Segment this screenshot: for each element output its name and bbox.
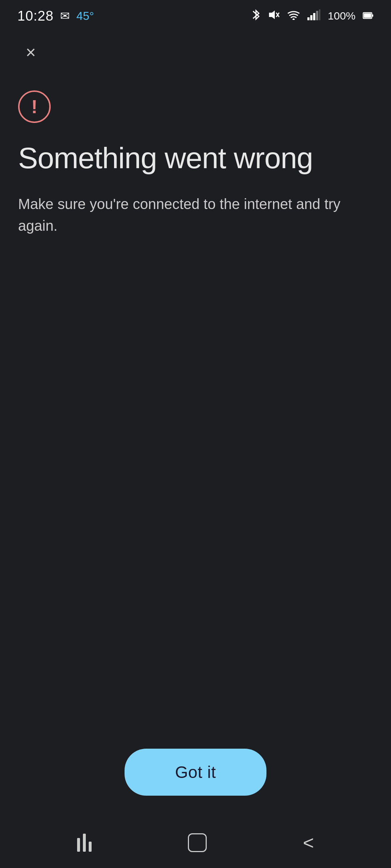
svg-rect-6 xyxy=(313,13,315,20)
svg-rect-7 xyxy=(316,11,318,20)
mute-icon xyxy=(268,9,280,23)
back-icon: < xyxy=(303,832,314,854)
close-button[interactable]: × xyxy=(18,40,43,65)
status-bar-left: 10:28 ✉ 45° xyxy=(17,8,94,24)
mail-icon: ✉ xyxy=(60,9,70,23)
signal-icon xyxy=(307,9,320,23)
error-icon-container: ! xyxy=(18,90,373,123)
error-description: Make sure you're connected to the intern… xyxy=(18,193,344,237)
svg-marker-0 xyxy=(269,10,275,19)
svg-point-3 xyxy=(293,18,295,20)
svg-rect-8 xyxy=(319,9,320,20)
status-bar-right: 100% xyxy=(251,8,374,24)
nav-home-button[interactable] xyxy=(188,833,207,852)
navigation-bar: < xyxy=(0,817,391,868)
status-time: 10:28 xyxy=(17,8,54,24)
svg-rect-4 xyxy=(307,17,310,20)
got-it-button[interactable]: Got it xyxy=(125,749,267,796)
status-bar: 10:28 ✉ 45° xyxy=(0,0,391,29)
svg-rect-5 xyxy=(310,15,312,20)
nav-recents-button[interactable] xyxy=(77,834,92,852)
bottom-area: Got it xyxy=(0,749,391,817)
error-warning-icon: ! xyxy=(18,90,51,123)
close-button-area: × xyxy=(0,29,391,72)
error-title: Something went wrong xyxy=(18,141,373,175)
bluetooth-icon xyxy=(251,8,261,24)
svg-rect-10 xyxy=(364,13,371,18)
exclamation-mark: ! xyxy=(31,96,37,118)
svg-rect-11 xyxy=(372,14,373,17)
battery-text: 100% xyxy=(328,10,356,22)
main-content: ! Something went wrong Make sure you're … xyxy=(0,72,391,749)
status-temperature: 45° xyxy=(76,9,94,23)
recents-icon xyxy=(77,834,92,852)
home-icon xyxy=(188,833,207,852)
wifi-icon xyxy=(287,10,300,22)
nav-back-button[interactable]: < xyxy=(303,832,314,854)
close-icon: × xyxy=(26,44,36,61)
battery-icon xyxy=(363,10,374,22)
